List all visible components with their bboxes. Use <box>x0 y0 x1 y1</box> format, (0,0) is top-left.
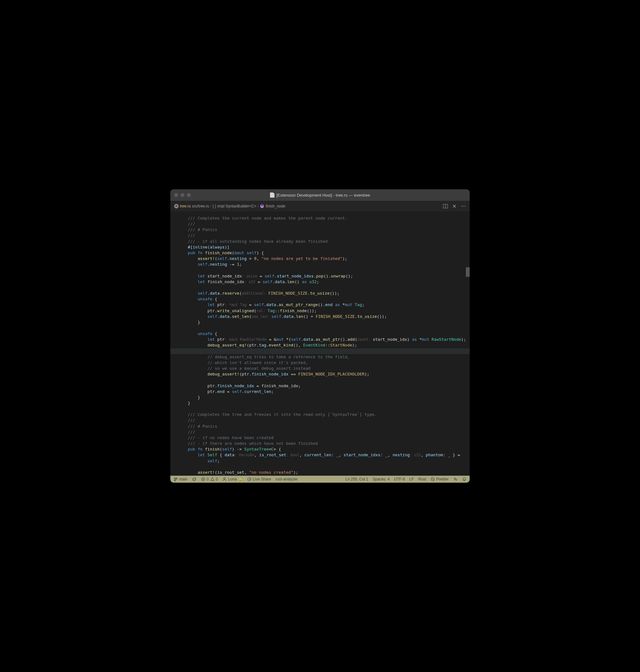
prettier[interactable]: Prettier <box>431 477 449 481</box>
editor[interactable]: /// Completes the current node and makes… <box>170 212 470 476</box>
language-mode[interactable]: Rust <box>418 477 426 481</box>
analyzer-label: rust-analyzer <box>275 477 297 481</box>
statusbar: main 0 0 Luna🔒 Live Share rust-analyzer <box>170 476 470 483</box>
encoding[interactable]: UTF-8 <box>394 477 405 481</box>
eol[interactable]: LF <box>409 477 414 481</box>
scrollbar-thumb[interactable] <box>466 267 470 277</box>
tab-actions <box>443 204 466 209</box>
braces-icon: { } <box>213 204 216 208</box>
breadcrumbs[interactable]: R tree.rs src/tree.rs / { } impl SyntaxB… <box>174 204 285 208</box>
breadcrumb-scope[interactable]: impl SyntaxBuilder<C> <box>217 204 256 208</box>
liveshare-label: Live Share <box>253 477 271 481</box>
warnings-count: 0 <box>216 477 218 481</box>
tab-bar: R tree.rs src/tree.rs / { } impl SyntaxB… <box>170 201 470 212</box>
svg-point-4 <box>465 206 466 207</box>
vscode-window: [Extension Development Host] - tree.rs —… <box>170 189 470 483</box>
luna-label: Luna <box>228 477 236 481</box>
breadcrumb-sep: / <box>210 204 211 208</box>
svg-point-6 <box>224 478 226 479</box>
window-title-text: [Extension Development Host] - tree.rs —… <box>276 193 370 198</box>
sync-icon[interactable] <box>192 477 197 481</box>
breadcrumb-file[interactable]: tree.rs <box>180 204 191 208</box>
close-icon[interactable] <box>452 204 457 209</box>
titlebar[interactable]: [Extension Development Host] - tree.rs —… <box>170 189 470 201</box>
split-editor-icon[interactable] <box>443 204 448 209</box>
svg-point-3 <box>463 206 464 207</box>
rust-icon: R <box>174 204 179 208</box>
traffic-lights <box>174 193 191 197</box>
window-title: [Extension Development Host] - tree.rs —… <box>170 193 470 198</box>
breadcrumb-symbol[interactable]: finish_node <box>265 204 285 208</box>
cursor-position[interactable]: Ln 255, Col 1 <box>346 477 368 481</box>
errors-count: 0 <box>207 477 209 481</box>
lock-icon: 🔒 <box>238 477 243 481</box>
breadcrumb-sep: / <box>258 204 259 208</box>
liveshare[interactable]: Live Share <box>247 477 271 481</box>
breadcrumb-path[interactable]: src/tree.rs <box>192 204 209 208</box>
zoom-window-icon[interactable] <box>187 193 191 197</box>
close-window-icon[interactable] <box>174 193 178 197</box>
git-branch[interactable]: main <box>174 477 188 481</box>
svg-point-9 <box>454 478 455 479</box>
file-icon <box>270 193 275 198</box>
luna-status[interactable]: Luna🔒 <box>222 477 243 481</box>
svg-point-10 <box>455 479 456 480</box>
indentation[interactable]: Spaces: 4 <box>373 477 389 481</box>
method-icon <box>260 204 264 208</box>
branch-name: main <box>179 477 188 481</box>
more-icon[interactable] <box>461 204 466 209</box>
prettier-label: Prettier <box>436 477 449 481</box>
problems[interactable]: 0 0 <box>201 477 218 481</box>
feedback-icon[interactable] <box>453 477 457 481</box>
rust-analyzer[interactable]: rust-analyzer <box>275 477 297 481</box>
bell-icon[interactable] <box>462 477 466 481</box>
svg-point-2 <box>461 206 462 207</box>
minimize-window-icon[interactable] <box>180 193 184 197</box>
